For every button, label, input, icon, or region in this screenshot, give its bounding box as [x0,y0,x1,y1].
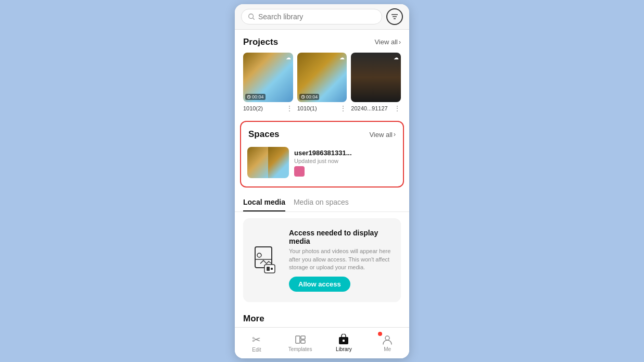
main-content: Projects View all › ☁ 00:04 1010(2) ⋮ [235,30,409,327]
tab-media-on-spaces[interactable]: Media on spaces [294,193,349,211]
nav-item-edit[interactable]: ✂ Edit [235,328,279,358]
projects-grid: ☁ 00:04 1010(2) ⋮ ☁ 00:04 [235,53,409,121]
projects-title: Projects [243,37,278,47]
svg-rect-16 [271,268,273,270]
svg-line-1 [253,18,255,19]
nav-label-me: Me [384,346,391,352]
projects-view-all[interactable]: View all › [374,38,401,46]
access-desc: Your photos and videos will appear here … [289,247,393,271]
project-thumbnail: ☁ 00:04 [297,53,347,103]
spaces-title: Spaces [248,129,280,140]
svg-rect-21 [343,340,345,342]
space-info: user1986381331... Updated just now [294,149,397,177]
project-thumbnail: ☁ [351,53,401,103]
filter-button[interactable] [386,8,403,25]
svg-line-10 [303,97,304,97]
space-avatar [294,166,305,177]
tab-local-media[interactable]: Local media [243,193,285,211]
search-bar [235,4,409,30]
nav-label-edit: Edit [252,347,261,353]
svg-point-13 [257,253,261,257]
project-name-row: 1010(1) ⋮ [297,104,347,113]
notification-dot [378,332,382,336]
projects-header: Projects View all › [235,30,409,53]
media-icon [251,246,281,275]
profile-icon [382,334,393,345]
svg-rect-19 [301,340,305,343]
nav-item-me[interactable]: Me [365,328,409,358]
spaces-header: Spaces View all › [241,124,403,144]
space-item[interactable]: user1986381331... Updated just now [241,144,403,184]
svg-point-22 [385,336,389,340]
more-section: More [235,308,409,327]
cloud-icon: ☁ [394,55,399,60]
access-title: Access needed to display media [289,229,393,245]
chevron-right-icon: › [394,131,396,138]
project-item[interactable]: ☁ 00:04 1010(2) ⋮ [243,53,293,113]
svg-line-7 [249,97,250,97]
allow-access-button[interactable]: Allow access [289,277,350,292]
templates-icon [295,334,306,345]
nav-label-templates: Templates [288,346,312,352]
library-icon [338,334,349,345]
search-icon [248,13,255,20]
svg-rect-18 [301,336,305,339]
file-media-icon [253,246,279,275]
access-card: Access needed to display media Your phot… [243,218,401,302]
more-title: More [243,314,264,323]
project-thumbnail: ☁ 00:04 [243,53,293,103]
media-tabs: Local media Media on spaces [235,193,409,212]
cloud-icon: ☁ [286,55,291,60]
cloud-icon: ☁ [339,55,345,60]
more-options-icon[interactable]: ⋮ [286,104,293,113]
space-thumbnails [247,147,289,178]
more-options-icon[interactable]: ⋮ [339,104,347,113]
duration-badge: 00:04 [299,94,320,100]
space-thumb-left [247,147,268,178]
space-thumb-right [268,147,289,178]
access-info: Access needed to display media Your phot… [289,229,393,292]
svg-rect-15 [267,267,270,271]
project-item[interactable]: ☁ 00:04 1010(1) ⋮ [297,53,347,113]
nav-item-library[interactable]: Library [322,328,366,358]
more-options-icon[interactable]: ⋮ [394,104,401,113]
space-name: user1986381331... [294,149,397,157]
svg-rect-17 [296,336,300,343]
spaces-section: Spaces View all › user1986381331... Upda… [240,121,404,188]
search-input-wrapper[interactable] [241,9,382,24]
duration-badge: 00:04 [245,94,266,100]
scissors-icon: ✂ [252,333,261,346]
project-name-row: 20240...91127 ⋮ [351,104,401,113]
bottom-nav: ✂ Edit Templates Library [235,327,409,358]
space-updated: Updated just now [294,158,397,164]
project-name-row: 1010(2) ⋮ [243,104,293,113]
nav-item-templates[interactable]: Templates [279,328,322,358]
filter-icon [390,13,399,21]
phone-frame: Projects View all › ☁ 00:04 1010(2) ⋮ [235,4,409,358]
search-input[interactable] [258,13,375,21]
chevron-right-icon: › [399,39,401,46]
spaces-view-all[interactable]: View all › [369,131,396,139]
project-item[interactable]: ☁ 20240...91127 ⋮ [351,53,401,113]
nav-label-library: Library [336,346,352,352]
